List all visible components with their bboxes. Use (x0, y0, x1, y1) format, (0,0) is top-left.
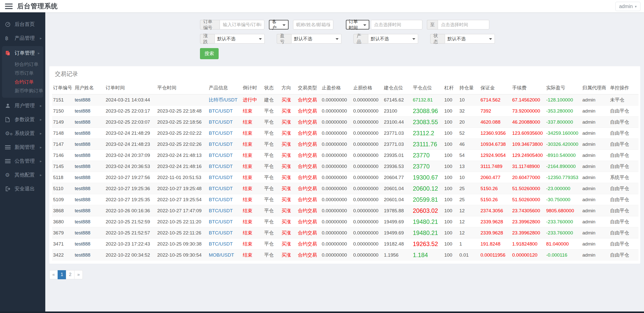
cell-product[interactable]: BTC/USDT (209, 164, 233, 169)
cell-profit: -337.800000 (546, 119, 573, 125)
cell-lever: 100 (444, 130, 452, 136)
page-button-1[interactable]: 1 (58, 270, 66, 279)
filter-row-1: 订单编号 客户 订单时间 至 (200, 20, 489, 29)
sidebar-item-7[interactable]: 新闻管理▸ (0, 140, 45, 154)
time-type-select[interactable]: 订单时间 (346, 20, 369, 29)
cell-id: 3680 (53, 219, 64, 224)
cell-status: 平仓 (264, 130, 274, 136)
filter-label: 产品 (353, 34, 368, 44)
cell-countdown: 结束 (243, 142, 252, 147)
filter-label: 盈亏 (277, 34, 291, 44)
filter-select-2[interactable]: 默认不选 (291, 34, 341, 44)
cell-agent: admin (582, 142, 595, 147)
cell-product[interactable]: BTC/USDT (209, 208, 233, 213)
cell-margin: 12924.9054 (480, 153, 506, 158)
sidebar-subitem-1[interactable]: 秒合约订单 (2, 60, 43, 69)
page-button-»[interactable]: » (74, 270, 83, 279)
cell-product[interactable]: BTC/USDT (209, 219, 233, 224)
cell-product[interactable]: BTC/USDT (209, 108, 233, 114)
sidebar-item-1[interactable]: 后台首页 (0, 17, 45, 31)
col-id: 订单编号 (52, 82, 74, 94)
cell-open_price: 20601.04 (384, 197, 404, 202)
sidebar-subitem-4[interactable]: 新币申购订单 (2, 86, 43, 95)
cell-profit: -23.000000 (546, 186, 570, 191)
customer-select[interactable]: 客户 (269, 20, 289, 29)
sidebar-toggle-icon[interactable] (5, 4, 13, 9)
order-id-input[interactable] (220, 20, 264, 29)
sidebar-item-3[interactable]: 订单管理▸ (2, 46, 43, 60)
cell-product[interactable]: BTC/USDT (209, 197, 233, 202)
table-row: 7148test8882023-02-24 21:48:292023-02-25… (52, 128, 638, 139)
cell-product[interactable]: 比特币/USDT (209, 97, 237, 102)
col-sl: 止损价格 (352, 82, 383, 94)
time-from-input[interactable] (371, 20, 422, 29)
cell-sl: 0.00000000 (353, 108, 378, 114)
cell-agent: admin (582, 230, 595, 235)
chevron-right-icon: ▸ (38, 51, 40, 55)
gears-icon: ⚙⚙ (5, 131, 13, 136)
filter-select-3[interactable]: 默认不选 (368, 34, 418, 44)
filter-select-1[interactable]: 默认不选 (215, 34, 265, 44)
sidebar-item-6[interactable]: ⚙⚙系统设置▸ (0, 126, 45, 140)
sidebar-item-5[interactable]: 参数设置▸ (0, 113, 45, 126)
cell-lever: 100 (444, 208, 452, 213)
cell-amount: 20 (459, 119, 465, 125)
sidebar-item-2[interactable]: ฿产品管理▸ (0, 31, 45, 45)
cell-close_time: 2022-10-25 22:11:20 (157, 219, 201, 224)
cell-trade_type: 合约交易 (298, 219, 317, 224)
table-row: 7147test8882023-02-24 21:48:232023-02-25… (52, 139, 638, 150)
app-title: 后台管理系统 (17, 2, 58, 11)
cell-direction: 买涨 (281, 230, 291, 235)
cell-user: test888 (75, 197, 90, 202)
cell-lever: 100 (444, 252, 452, 258)
col-profit: 实际盈亏 (545, 82, 581, 94)
cell-op: 自由平仓 (610, 197, 629, 202)
cell-open_price: 23771.03 (384, 142, 404, 147)
cell-product[interactable]: BTC/USDT (209, 119, 233, 125)
cell-direction: 买涨 (281, 208, 291, 213)
filter-row-3: 搜索 (200, 48, 489, 59)
cell-fee: 109.34673800 (512, 142, 543, 147)
cell-direction: 买涨 (281, 252, 291, 258)
cell-tp: 0.00000000 (322, 119, 347, 125)
filter-select-4[interactable]: 默认不选 (445, 34, 495, 44)
cell-product[interactable]: MOB/USDT (209, 252, 234, 258)
search-button[interactable]: 搜索 (200, 48, 219, 59)
cell-user: test888 (75, 241, 90, 247)
sidebar-item-8[interactable]: 公告管理▸ (0, 154, 45, 168)
cell-lever: 100 (444, 97, 452, 102)
cell-trade_type: 合约交易 (298, 197, 317, 202)
sidebar-subitem-2[interactable]: 币币订单 (2, 69, 43, 78)
cell-product[interactable]: BTC/USDT (209, 130, 233, 136)
table-row: 3868test8882022-10-26 00:16:362022-10-27… (52, 205, 638, 216)
sidebar-item-10[interactable]: 安全退出 (0, 182, 45, 196)
cell-id: 5109 (53, 197, 64, 202)
cell-product[interactable]: BTC/USDT (209, 142, 233, 147)
sidebar-group-orders: 订单管理▸秒合约订单币币订单合约订单新币申购订单 (2, 46, 43, 98)
cell-close_time: 2023-02-24 21:48:16 (157, 164, 202, 169)
pagination: «12» (49, 270, 83, 279)
cell-fee: 51.50260000 (512, 186, 540, 191)
cell-sl: 0.00000000 (353, 230, 378, 235)
cell-op: 系统平仓 (610, 175, 629, 180)
page-button-«[interactable]: « (49, 270, 58, 279)
time-from-group: 订单时间 (346, 20, 422, 29)
cell-direction: 买涨 (281, 119, 291, 125)
page-button-2[interactable]: 2 (66, 270, 74, 279)
sidebar-item-9[interactable]: ⚙其他配置▸ (0, 168, 45, 182)
cell-fee: 23.39962800 (512, 219, 540, 224)
cell-product[interactable]: BTC/USDT (209, 153, 233, 158)
cell-product[interactable]: BTC/USDT (209, 186, 233, 191)
cell-product[interactable]: BTC/USDT (209, 230, 233, 235)
cell-user: test888 (75, 153, 90, 158)
time-to-input[interactable] (438, 20, 489, 29)
customer-input[interactable] (293, 20, 333, 29)
sidebar-item-4[interactable]: 用户管理▸ (0, 99, 45, 113)
cell-close_price: 23112.2 (413, 130, 434, 136)
cell-direction: 买涨 (281, 241, 291, 247)
cell-product[interactable]: BTC/USDT (209, 241, 233, 247)
cell-product[interactable]: BTC/USDT (209, 175, 233, 180)
sidebar-subitem-3[interactable]: 合约订单 (2, 78, 43, 86)
cell-profit: -34259.160000 (546, 130, 578, 136)
user-menu-button[interactable]: admin ▾ (615, 2, 640, 11)
